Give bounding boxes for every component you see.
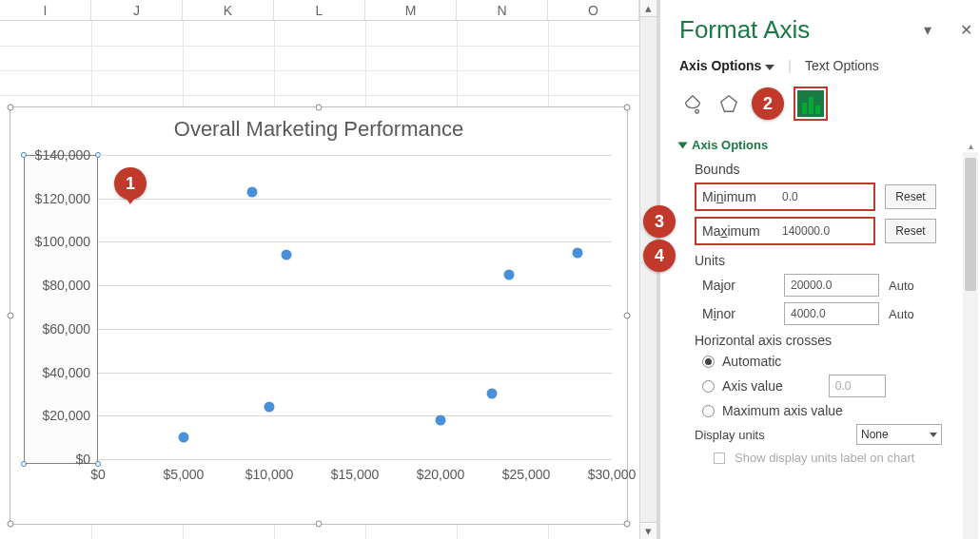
tab-text-options[interactable]: Text Options [805,58,879,73]
effects-icon[interactable] [715,90,742,117]
x-tick-label: $10,000 [245,467,294,482]
bounds-maximum-row: Maximum [695,217,875,245]
radio-automatic[interactable]: Automatic [702,354,970,369]
spreadsheet-area: I J K L M N O Overall Marketing Performa… [0,0,639,539]
scroll-down-icon[interactable]: ▾ [640,522,657,539]
minimum-input[interactable] [776,185,872,208]
minimum-label: Minimum [698,189,776,204]
col-header[interactable]: N [457,0,548,20]
minor-label: Minor [702,306,774,321]
maximum-label: Maximum [698,223,776,239]
minor-input[interactable] [784,302,879,325]
data-point[interactable] [436,414,446,425]
radio-icon [702,356,715,368]
x-tick-label: $15,000 [331,467,380,482]
tab-axis-options[interactable]: Axis Options [679,58,774,73]
annotation-3: 3 [643,205,676,238]
x-tick-label: $0 [90,467,106,482]
minor-auto: Auto [889,307,940,321]
y-tick-label: $40,000 [42,365,90,380]
y-tick-label: $80,000 [42,278,90,293]
reset-maximum-button[interactable]: Reset [885,219,936,243]
display-units-label: Display units [695,428,765,442]
col-header[interactable]: L [274,0,365,20]
maximum-input[interactable] [776,220,872,242]
pane-vertical-scrollbar[interactable]: ▴ [963,152,978,539]
reset-minimum-button[interactable]: Reset [885,184,936,209]
pane-dropdown-icon[interactable]: ▾ [924,21,931,39]
display-units-select[interactable]: None [856,424,942,445]
col-header[interactable]: O [548,0,639,20]
col-header[interactable]: K [183,0,274,20]
scroll-up-icon[interactable]: ▴ [640,0,657,17]
x-tick-label: $5,000 [164,467,205,482]
data-point[interactable] [504,269,515,279]
y-tick-label: $0 [75,452,90,467]
major-label: Major [702,278,774,293]
x-tick-label: $30,000 [588,467,637,482]
data-point[interactable] [573,247,583,258]
data-point[interactable] [265,402,275,413]
chart-title[interactable]: Overall Marketing Performance [10,107,627,147]
annotation-2: 2 [752,87,784,120]
axis-options-icon[interactable] [794,87,828,121]
fill-line-icon[interactable] [679,90,706,117]
pane-close-icon[interactable]: ✕ [960,21,972,39]
radio-axis-value[interactable]: Axis value [702,375,970,397]
radio-max-axis-value[interactable]: Maximum axis value [702,403,970,418]
section-axis-options[interactable]: Axis Options [679,138,970,152]
radio-icon [702,405,715,417]
svg-marker-0 [721,96,737,112]
col-header[interactable]: M [365,0,457,20]
bounds-minimum-row: Minimum [695,183,875,211]
data-point[interactable] [247,186,258,197]
radio-icon [702,380,715,393]
show-units-label: Show display units label on chart [735,451,914,465]
y-tick-label: $120,000 [35,191,90,206]
annotation-4: 4 [643,240,676,272]
data-point[interactable] [282,250,292,260]
x-tick-label: $20,000 [417,467,465,482]
bounds-label: Bounds [695,162,970,177]
col-header[interactable]: I [0,0,91,20]
show-units-checkbox [714,452,725,464]
annotation-1: 1 [114,167,147,200]
data-point[interactable] [179,433,189,443]
y-tick-label: $60,000 [42,321,90,337]
major-auto: Auto [889,279,940,293]
y-tick-label: $20,000 [42,408,90,423]
data-point[interactable] [487,389,498,399]
haxis-crosses-label: Horizontal axis crosses [695,333,970,348]
units-label: Units [695,253,970,268]
format-axis-pane: ▾ ✕ Format Axis Axis Options | Text Opti… [660,0,980,539]
plot-area[interactable]: $0$20,000$40,000$60,000$80,000$100,000$1… [98,155,612,459]
col-header[interactable]: J [91,0,183,20]
axis-value-input[interactable] [829,375,886,397]
chart-object[interactable]: Overall Marketing Performance $0$20,000$… [10,106,628,525]
y-tick-label: $140,000 [35,147,90,163]
column-headers: I J K L M N O [0,0,639,21]
y-tick-label: $100,000 [35,234,90,249]
x-tick-label: $25,000 [502,467,551,482]
major-input[interactable] [784,274,879,297]
